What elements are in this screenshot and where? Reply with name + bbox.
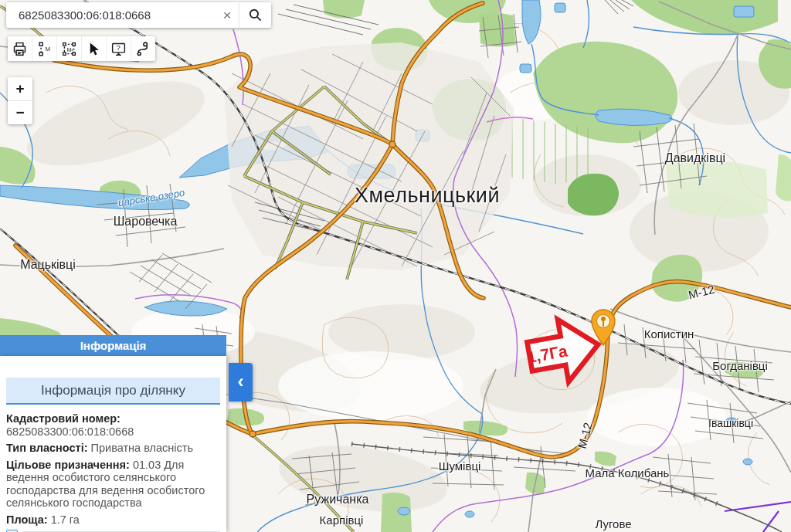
collapse-panel-button[interactable]: ‹: [229, 363, 253, 402]
select-cursor-button[interactable]: [82, 36, 106, 61]
map-label-city: Хмельницький: [355, 184, 500, 208]
measure-distance-icon: M: [36, 41, 53, 57]
zoom-in-button[interactable]: +: [8, 77, 32, 100]
zoom-out-button[interactable]: −: [8, 101, 32, 124]
field-ownership-type: Тип власності: Приватна власність: [6, 442, 220, 455]
svg-text:M²: M²: [66, 46, 73, 52]
route-button[interactable]: [131, 36, 155, 61]
route-icon: [135, 41, 151, 57]
info-panel-header[interactable]: Інформація: [0, 335, 226, 356]
map-label-village: Івашківці: [708, 417, 753, 429]
field-label: Тип власності:: [6, 442, 88, 454]
field-label: Площа:: [6, 513, 48, 526]
field-value: Приватна власність: [91, 442, 193, 454]
svg-text:?: ?: [116, 43, 120, 52]
field-value: 6825083300:06:018:0668: [6, 425, 134, 438]
clear-search-icon[interactable]: ×: [216, 2, 239, 28]
cadastral-map-app: Хмельницький Шаровечка Мацьківці Давидкі…: [0, 0, 791, 532]
map-label-village: Богданівці: [712, 359, 768, 372]
measure-distance-button[interactable]: M: [32, 36, 56, 61]
map-label-village: Давидківці: [665, 151, 725, 165]
info-panel: Інформація про ділянку Кадастровий номер…: [0, 356, 226, 532]
chevron-left-icon: ‹: [238, 372, 244, 391]
field-value: 1.7 га: [51, 513, 80, 526]
measure-area-icon: M²: [61, 41, 77, 57]
map-label-village: Шаровечка: [114, 215, 178, 229]
area-annotation-arrow: 1,7Га: [518, 306, 610, 396]
field-label: Цільове призначення:: [6, 459, 130, 471]
screen-help-icon: ?: [110, 41, 127, 57]
map-label-village: Лугове: [595, 517, 631, 530]
map-label-village: Карпівці: [320, 513, 364, 527]
parcel-fields: Кадастровий номер: 6825083300:06:018:066…: [6, 412, 220, 532]
cadastral-number-input[interactable]: [6, 8, 216, 22]
measure-area-button[interactable]: M²: [57, 36, 81, 61]
search-button[interactable]: [239, 2, 271, 28]
field-cadastral-number: Кадастровий номер: 6825083300:06:018:066…: [6, 412, 220, 438]
map-label-village: Ружичанка: [307, 493, 369, 507]
map-label-village: Копистин: [644, 327, 694, 341]
svg-text:M: M: [45, 46, 50, 53]
search-bar: ×: [6, 2, 271, 28]
map-label-village: Мацьківці: [20, 258, 76, 272]
map-toolbar: M M² ?: [8, 36, 155, 61]
cursor-icon: [87, 42, 101, 56]
zoom-control: + −: [8, 77, 32, 124]
printer-icon: [12, 41, 28, 57]
print-button[interactable]: [8, 36, 32, 61]
field-label: Кадастровий номер:: [6, 412, 121, 425]
map-label-village: Шумівці: [439, 459, 481, 473]
search-icon: [248, 8, 263, 22]
field-area: Площа: 1.7 га: [6, 513, 220, 527]
tab-parcel-info[interactable]: Інформація про ділянку: [6, 378, 220, 405]
map-label-village: Мала Колибань: [586, 466, 670, 479]
help-button[interactable]: ?: [107, 36, 131, 61]
field-designated-purpose: Цільове призначення: 01.03 Для ведення о…: [6, 459, 220, 510]
